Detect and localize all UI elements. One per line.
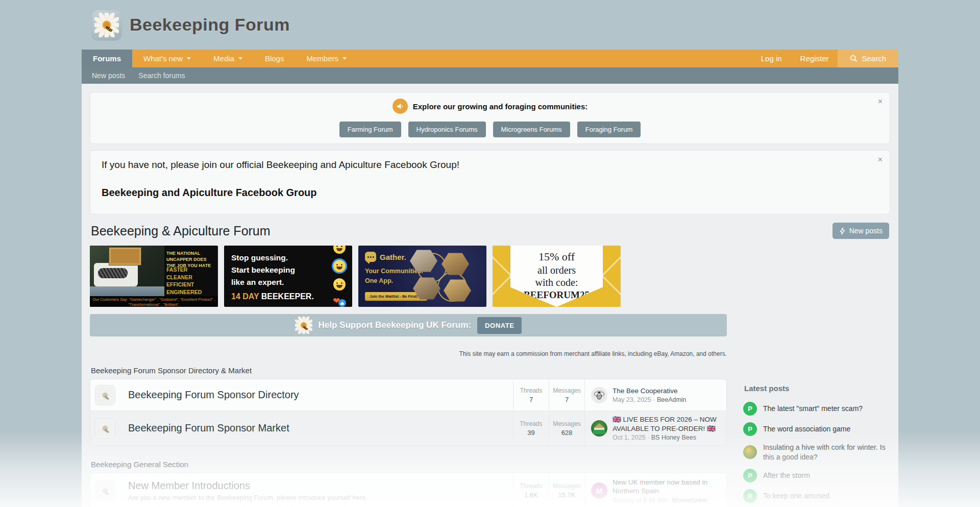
forum-icon-daisy[interactable]: [95, 385, 115, 405]
latest-thread-link[interactable]: 🇬🇧 LIVE BEES FOR 2026 – NOW AVAILABLE TO…: [612, 415, 720, 433]
ad-banner-14-day-beekeeper[interactable]: Stop guessing. Start beekeeping like an …: [224, 246, 352, 307]
messages-stat: Messages 628: [549, 411, 584, 445]
subnav-search-forums[interactable]: Search forums: [138, 71, 185, 80]
sub-navbar: New posts Search forums: [82, 67, 898, 84]
latest-post-item[interactable]: P The latest "smart" meter scam?: [743, 399, 890, 418]
main-navbar: Forums What's new Media Blogs Members Lo…: [82, 50, 898, 67]
latest-post-item[interactable]: Insulating a hive with cork for winter. …: [743, 440, 890, 465]
hydroponics-forums-button[interactable]: Hydroponics Forums: [408, 122, 486, 137]
avatar: P: [743, 469, 757, 482]
forum-description: Are you a new member to the Beekeeping F…: [128, 494, 505, 501]
donate-text: Help Support Beekeeping UK Forum:: [318, 320, 471, 330]
latest-post-item[interactable]: R To keep one amused: [743, 487, 890, 505]
forum-icon-daisy[interactable]: [95, 480, 115, 501]
nav-tab-members[interactable]: Members: [295, 50, 358, 67]
close-icon[interactable]: ×: [878, 98, 883, 106]
nav-tab-blogs[interactable]: Blogs: [254, 50, 296, 67]
nav-tab-whats-new[interactable]: What's new: [132, 50, 202, 67]
ad-banner-national-uncapper[interactable]: THE NATIONAL UNCAPPER DOES THE JOB YOU H…: [90, 246, 218, 307]
category-header-sponsor[interactable]: Beekeeping Forum Sponsor Directory & Mar…: [91, 366, 726, 375]
uncapper-quote: Our Customers Say: "Gamechanger" , "Gods…: [90, 296, 218, 307]
subnav-new-posts[interactable]: New posts: [92, 71, 125, 80]
node-card-general: New Member Introductions Are you a new m…: [90, 473, 727, 507]
search-button[interactable]: Search: [838, 50, 898, 67]
nav-tab-forums[interactable]: Forums: [82, 50, 132, 67]
login-link[interactable]: Log in: [752, 50, 791, 67]
avatar: P: [743, 402, 757, 416]
chevron-down-icon: [238, 57, 242, 60]
daisy-icon: [295, 317, 312, 334]
facebook-notice-text: If you have not, please join our officia…: [102, 159, 878, 171]
forum-node-row: Beekeeping Forum Sponsor Directory Threa…: [90, 379, 726, 411]
latest-posts-title: Latest posts: [743, 384, 890, 393]
forum-icon-daisy[interactable]: [95, 418, 115, 439]
forum-link[interactable]: Beekeeping Forum Sponsor Market: [128, 422, 289, 433]
latest-thread-link[interactable]: The Bee Cooperative: [612, 387, 687, 396]
lightning-bolt-icon: [839, 227, 846, 235]
discount-code: BEEFORUM25: [524, 289, 590, 302]
affiliate-disclaimer: This site may earn a commission from mer…: [90, 350, 727, 357]
page-title: Beekeeping & Apiculture Forum: [91, 224, 271, 238]
latest-thread-author[interactable]: BS Honey Bees: [651, 434, 696, 441]
nav-tab-media[interactable]: Media: [202, 50, 254, 67]
threads-stat: Threads 1.6K: [513, 473, 549, 507]
avatar: P: [743, 422, 757, 436]
close-icon[interactable]: ×: [878, 156, 883, 164]
search-icon: [850, 55, 857, 62]
latest-thread-author[interactable]: BeeAdmin: [657, 396, 687, 403]
chevron-down-icon: [187, 57, 191, 60]
forum-link[interactable]: Beekeeping Forum Sponsor Directory: [128, 389, 299, 400]
communities-notice: × Explore our growing and foraging commu…: [90, 92, 890, 144]
messages-stat: Messages 15.7K: [549, 473, 584, 507]
node-card-sponsor: Beekeeping Forum Sponsor Directory Threa…: [90, 379, 727, 446]
forum-node-row: New Member Introductions Are you a new m…: [90, 473, 726, 507]
donate-bar: Help Support Beekeeping UK Forum: DONATE: [90, 314, 727, 336]
latest-thread-author[interactable]: Mooseturker: [672, 497, 707, 504]
daisy-logo-icon: [94, 13, 119, 37]
bee-icon: [593, 389, 605, 401]
forum-link[interactable]: New Member Introductions: [128, 480, 250, 491]
latest-thread-cell: 🇬🇧 LIVE BEES FOR 2026 – NOW AVAILABLE TO…: [584, 411, 726, 445]
register-link[interactable]: Register: [791, 50, 838, 67]
latest-thread-date: Sunday at 9:46 AM: [612, 497, 667, 504]
latest-post-item[interactable]: P After the storm: [743, 466, 890, 485]
ad-banner-discount-code[interactable]: 15% off all orders with code: BEEFORUM25: [493, 246, 621, 307]
latest-thread-link[interactable]: New UK member now based in Northern Spai…: [612, 478, 720, 496]
donate-button[interactable]: DONATE: [477, 317, 522, 334]
chevron-down-icon: [342, 57, 347, 60]
latest-posts-widget: Latest posts P The latest "smart" meter …: [743, 246, 890, 507]
latest-thread-date: May 23, 2025: [612, 396, 651, 403]
site-logo[interactable]: [92, 10, 121, 40]
uncapper-features: FASTER CLEANER EFFICIENT ENGINEERED: [166, 266, 202, 296]
ad-banner-row: THE NATIONAL UNCAPPER DOES THE JOB YOU H…: [90, 246, 727, 307]
avatar: [743, 445, 757, 459]
latest-thread-date: Oct 1, 2025: [612, 434, 646, 441]
latest-thread-cell: The Bee Cooperative May 23, 2025 · BeeAd…: [584, 379, 726, 411]
facebook-group-link[interactable]: Beekeeping and Apiculture Facebook Group: [102, 187, 317, 199]
farming-forum-button[interactable]: Farming Forum: [339, 122, 401, 137]
gather-illustration: [408, 246, 484, 307]
gather-logo-icon: [365, 252, 376, 262]
page-content: × Explore our growing and foraging commu…: [82, 84, 898, 507]
site-title: Beekeeping Forum: [130, 15, 290, 35]
avatar-mooseturker[interactable]: M: [591, 482, 607, 499]
uncapper-photo: [90, 246, 164, 296]
avatar-bee-cooperative[interactable]: [591, 387, 607, 403]
megaphone-icon: [393, 99, 408, 114]
ad-banner-gather-app[interactable]: Gather. Your Communities. One App. Join …: [358, 246, 486, 307]
latest-thread-cell: M New UK member now based in Northern Sp…: [584, 473, 726, 507]
microgreens-forums-button[interactable]: Microgreens Forums: [493, 122, 570, 137]
latest-post-item[interactable]: P The word association game: [743, 420, 890, 439]
avatar-bs-honey-bees[interactable]: [591, 420, 607, 437]
gather-brand: Gather.: [380, 253, 406, 261]
forum-node-row: Beekeeping Forum Sponsor Market Threads …: [90, 411, 726, 445]
new-posts-button[interactable]: New posts: [832, 223, 889, 239]
communities-notice-text: Explore our growing and foraging communi…: [413, 102, 588, 111]
emoji-reactions: ❤: [332, 246, 347, 307]
discount-panel: 15% off all orders with code: BEEFORUM25: [510, 246, 603, 307]
messages-stat: Messages 7: [549, 379, 584, 411]
foraging-forum-button[interactable]: Foraging Forum: [577, 122, 641, 137]
avatar: R: [743, 489, 757, 503]
facebook-notice: × If you have not, please join our offic…: [90, 150, 890, 214]
category-header-general[interactable]: Beekeeping General Section: [91, 460, 726, 469]
